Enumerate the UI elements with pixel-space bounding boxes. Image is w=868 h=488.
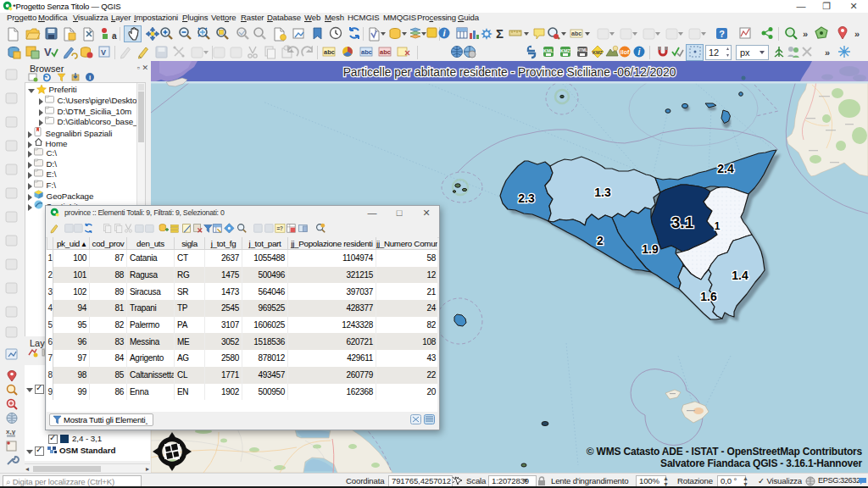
svg-text:»: » bbox=[803, 29, 808, 39]
svg-text:1: 1 bbox=[715, 220, 721, 232]
svg-text:Particelle per abitante reside: Particelle per abitante residente - Prov… bbox=[343, 66, 676, 79]
svg-text:© WMS Catasto ADE - ISTAT - Op: © WMS Catasto ADE - ISTAT - OpenStreetMa… bbox=[587, 446, 863, 458]
svg-text:KML: KML bbox=[543, 48, 554, 53]
svg-text:Σ: Σ bbox=[496, 26, 504, 41]
svg-text:2: 2 bbox=[597, 234, 604, 247]
svg-text:Salvatore Fiandaca QGIS - 3.16: Salvatore Fiandaca QGIS - 3.16.1-Hannove… bbox=[660, 458, 862, 469]
svg-text:ilof: ilof bbox=[620, 49, 630, 55]
svg-text:abc: abc bbox=[380, 48, 391, 56]
svg-text:abc: abc bbox=[571, 30, 581, 36]
svg-text:=?: =? bbox=[276, 225, 283, 231]
svg-text:2.4: 2.4 bbox=[717, 162, 734, 175]
svg-text:i: i bbox=[89, 74, 91, 81]
svg-text:1.6: 1.6 bbox=[700, 290, 717, 303]
svg-text:KMZ: KMZ bbox=[593, 50, 604, 55]
svg-text:V: V bbox=[44, 46, 52, 58]
svg-text:px: px bbox=[740, 47, 750, 58]
svg-text:KMZ: KMZ bbox=[560, 48, 571, 53]
svg-text:1.9: 1.9 bbox=[642, 242, 659, 256]
svg-text:?: ? bbox=[719, 29, 725, 39]
svg-text:»: » bbox=[854, 29, 860, 39]
svg-text:1.3: 1.3 bbox=[594, 186, 611, 199]
svg-text:a: a bbox=[112, 31, 117, 41]
svg-text:V: V bbox=[101, 48, 106, 57]
svg-text:»: » bbox=[825, 47, 830, 58]
svg-text:abc: abc bbox=[361, 48, 372, 56]
svg-text:1.4: 1.4 bbox=[732, 269, 748, 282]
svg-text:x,y: x,y bbox=[6, 428, 16, 435]
svg-text:3.1: 3.1 bbox=[671, 214, 694, 231]
svg-text:HTML: HTML bbox=[577, 48, 588, 53]
svg-text:2.3: 2.3 bbox=[518, 191, 535, 205]
svg-text:abc: abc bbox=[324, 48, 335, 56]
svg-text:i: i bbox=[638, 47, 641, 57]
svg-text:12: 12 bbox=[709, 47, 719, 58]
